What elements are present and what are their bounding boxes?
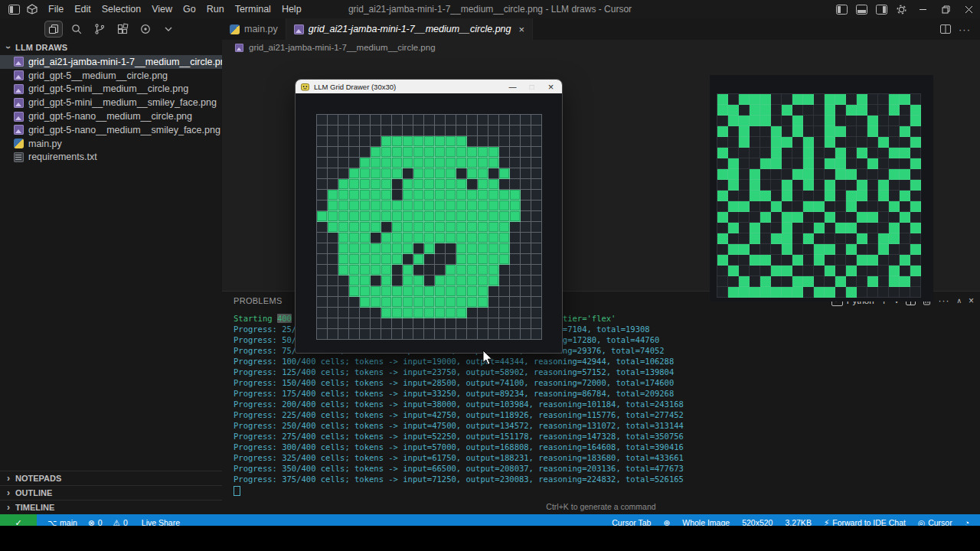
grid-cell[interactable] — [413, 179, 424, 190]
grid-cell[interactable] — [338, 243, 349, 254]
file-row[interactable]: grid_ai21-jamba-mini-1-7__medium__circle… — [0, 55, 222, 69]
grid-cell[interactable] — [499, 147, 510, 158]
grid-cell[interactable] — [456, 158, 467, 168]
grid-cell[interactable] — [381, 158, 392, 168]
grid-cell[interactable] — [338, 201, 349, 211]
grid-cell[interactable] — [478, 254, 488, 265]
grid-cell[interactable] — [510, 147, 521, 158]
grid-cell[interactable] — [403, 147, 413, 158]
grid-cell[interactable] — [499, 168, 510, 179]
grid-cell[interactable] — [446, 233, 456, 243]
grid-cell[interactable] — [478, 243, 488, 254]
grid-cell[interactable] — [328, 147, 338, 158]
status-item-3.27kb[interactable]: 3.27KB — [785, 518, 811, 526]
grid-cell[interactable] — [424, 147, 435, 158]
close-panel-icon[interactable]: × — [969, 295, 974, 306]
grid-cell[interactable] — [317, 115, 328, 126]
grid-cell[interactable] — [521, 276, 531, 286]
grid-cell[interactable] — [349, 265, 360, 276]
grid-cell[interactable] — [456, 286, 467, 297]
grid-cell[interactable] — [371, 190, 381, 201]
grid-cell[interactable] — [328, 329, 338, 340]
status-item-cursor-tab[interactable]: Cursor Tab — [612, 518, 651, 526]
grid-cell[interactable] — [371, 115, 381, 126]
grid-cell[interactable] — [488, 211, 499, 222]
grid-cell[interactable] — [456, 265, 467, 276]
grid-cell[interactable] — [328, 201, 338, 211]
grid-cell[interactable] — [467, 265, 478, 276]
grid-cell[interactable] — [435, 179, 446, 190]
grid-cell[interactable] — [360, 115, 371, 126]
grid-cell[interactable] — [478, 168, 488, 179]
grid-cell[interactable] — [328, 136, 338, 147]
menu-terminal[interactable]: Terminal — [230, 2, 276, 16]
grid-cell[interactable] — [446, 211, 456, 222]
grid-cell[interactable] — [478, 222, 488, 233]
minimize-icon[interactable] — [911, 1, 934, 18]
grid-cell[interactable] — [381, 201, 392, 211]
grid-cell[interactable] — [371, 329, 381, 340]
grid-cell[interactable] — [435, 297, 446, 308]
sidebar-section-notepads[interactable]: ›NOTEPADS — [0, 471, 222, 485]
grid-cell[interactable] — [338, 308, 349, 318]
grid-cell[interactable] — [499, 179, 510, 190]
toggle-sidebar-icon[interactable] — [831, 2, 851, 16]
grid-cell[interactable] — [488, 276, 499, 286]
grid-cell[interactable] — [456, 211, 467, 222]
grid-cell[interactable] — [424, 126, 435, 136]
grid-cell[interactable] — [328, 308, 338, 318]
grid-cell[interactable] — [328, 222, 338, 233]
grid-cell[interactable] — [478, 115, 488, 126]
grid-cell[interactable] — [435, 201, 446, 211]
grid-cell[interactable] — [446, 179, 456, 190]
grid-cell[interactable] — [521, 126, 531, 136]
grid-cell[interactable] — [446, 254, 456, 265]
panel-tab-problems[interactable]: Problems — [234, 296, 283, 305]
grid-cell[interactable] — [510, 136, 521, 147]
grid-cell[interactable] — [392, 254, 403, 265]
grid-cell[interactable] — [467, 190, 478, 201]
grid-cell[interactable] — [435, 308, 446, 318]
grid-cell[interactable] — [435, 211, 446, 222]
grid-cell[interactable] — [403, 190, 413, 201]
grid-cell[interactable] — [424, 211, 435, 222]
grid-cell[interactable] — [349, 286, 360, 297]
status-item-520x520[interactable]: 520x520 — [742, 518, 773, 526]
panel-more-icon[interactable]: ··· — [938, 295, 949, 306]
grid-cell[interactable] — [338, 168, 349, 179]
grid-cell[interactable] — [349, 222, 360, 233]
grid-cell[interactable] — [499, 158, 510, 168]
grid-cell[interactable] — [349, 233, 360, 243]
grid-cell[interactable] — [456, 329, 467, 340]
grid-cell[interactable] — [499, 201, 510, 211]
split-editor-icon[interactable] — [940, 24, 951, 34]
grid-cell[interactable] — [424, 158, 435, 168]
grid-cell[interactable] — [531, 233, 542, 243]
grid-cell[interactable] — [328, 158, 338, 168]
grid-cell[interactable] — [413, 168, 424, 179]
grid-cell[interactable] — [510, 318, 521, 329]
grid-cell[interactable] — [360, 286, 371, 297]
grid-cell[interactable] — [478, 329, 488, 340]
grid-cell[interactable] — [531, 190, 542, 201]
grid-cell[interactable] — [510, 297, 521, 308]
grid-cell[interactable] — [510, 222, 521, 233]
grid-cell[interactable] — [381, 318, 392, 329]
grid-cell[interactable] — [392, 201, 403, 211]
grid-cell[interactable] — [338, 233, 349, 243]
grid-cell[interactable] — [381, 233, 392, 243]
status-item-0[interactable]: ⚠0 — [113, 518, 128, 526]
grid-cell[interactable] — [521, 308, 531, 318]
grid-cell[interactable] — [328, 233, 338, 243]
file-row[interactable]: grid_gpt-5-mini__medium__smiley_face.png — [0, 96, 222, 109]
grid-cell[interactable] — [328, 126, 338, 136]
grid-cell[interactable] — [510, 168, 521, 179]
grid-cell[interactable] — [424, 243, 435, 254]
grid-cell[interactable] — [317, 222, 328, 233]
grid-cell[interactable] — [467, 243, 478, 254]
grid-cell[interactable] — [510, 276, 521, 286]
grid-cell[interactable] — [521, 179, 531, 190]
grid-cell[interactable] — [488, 147, 499, 158]
grid-cell[interactable] — [521, 286, 531, 297]
grid-cell[interactable] — [446, 243, 456, 254]
